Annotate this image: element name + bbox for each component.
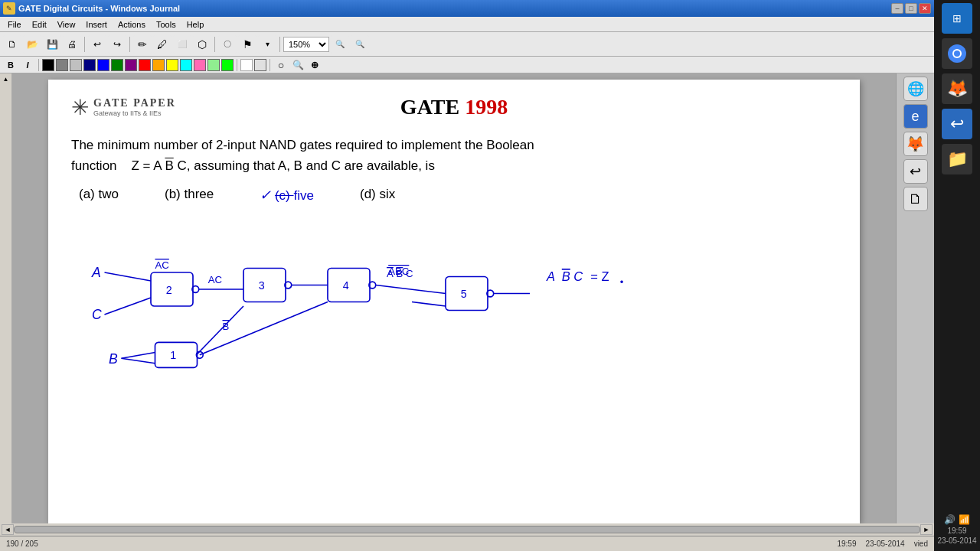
color-gray[interactable] [56,59,68,71]
eraser-tool[interactable]: ⬜ [173,35,191,54]
svg-text:= Z: = Z [590,269,609,283]
lasso-tool[interactable]: 〇 [218,35,237,54]
more-tool[interactable]: ▾ [258,35,276,54]
menu-edit[interactable]: Edit [28,19,51,30]
scroll-left[interactable]: ◄ [2,524,14,535]
color-orange[interactable] [152,59,165,71]
undo-button[interactable]: ↩ [88,35,106,54]
circle-btn[interactable]: ○ [273,58,289,72]
pen-tool[interactable]: ✏ [133,35,152,54]
select-tool[interactable]: ⬡ [193,35,211,54]
logo-sub-text: Gateway to IITs & IIEs [93,109,176,117]
close-button[interactable]: ✕ [919,3,931,14]
svg-text:ABC: ABC [388,266,410,278]
far-right-taskbar: ⊞ 🦊 ↩ 📁 🔊 📶 19:59 23-05-2014 [934,0,980,551]
question-line2a: function Z = A B C, [71,158,190,173]
new-button[interactable]: 🗋 [3,35,21,54]
gate-header: ✳ GATE PAPER Gateway to IITs & IIEs GATE… [71,95,837,119]
snowflake-icon: ✳ [71,95,89,120]
color-light[interactable] [254,59,266,71]
taskbar-folder-icon[interactable]: 📁 [942,144,972,174]
toolbar: 🗋 📂 💾 🖨 ↩ ↪ ✏ 🖊 ⬜ ⬡ 〇 ⚑ ▾ 150% 100% 75% … [0,32,934,57]
page-info: 190 / 205 [6,540,38,548]
page-title: GATE 1998 [71,95,837,119]
flag-tool[interactable]: ⚑ [238,35,256,54]
sidebar-firefox-icon[interactable]: 🦊 [903,132,928,156]
color-lightgreen[interactable] [207,59,220,71]
maximize-button[interactable]: □ [905,3,917,14]
search-btn[interactable]: 🔍 [290,58,305,72]
sep4 [279,37,280,52]
save-button[interactable]: 💾 [43,35,61,54]
menu-file[interactable]: File [3,19,26,30]
redo-button[interactable]: ↪ [108,35,126,54]
taskbar-firefox-icon[interactable]: 🦊 [942,73,972,104]
svg-line-4 [105,298,152,315]
scroll-up[interactable]: ▲ [1,73,11,84]
svg-text:5: 5 [461,288,467,300]
option-d: (d) six [360,187,395,204]
minimize-button[interactable]: – [891,3,903,14]
zoom-in-button[interactable]: 🔍 [331,35,349,54]
menu-insert[interactable]: Insert [81,19,112,30]
sep3 [214,37,215,52]
svg-text:B: B [562,269,570,283]
taskbar-arrow-icon[interactable]: ↩ [942,109,972,139]
color-yellow[interactable] [166,59,178,71]
taskbar-windows-icon[interactable]: ⊞ [942,3,972,34]
sidebar-back-icon[interactable]: ↩ [903,159,928,184]
option-c-label: five [294,188,314,203]
h-scroll-track[interactable] [14,526,920,533]
color-red[interactable] [139,59,151,71]
answer-options: (a) two (b) three ✓ (c) five (d) six [71,187,837,204]
svg-text:4: 4 [343,279,349,292]
color-green[interactable] [111,59,123,71]
option-c-text: (c) [275,188,294,203]
menu-bar: File Edit View Insert Actions Tools Help [0,17,934,32]
print-button[interactable]: 🖨 [63,35,81,54]
status-date: 23-05-2014 [865,540,904,548]
app-icon: ✎ [3,2,15,15]
zoom-select[interactable]: 150% 100% 75% [283,37,329,52]
color-navy[interactable] [83,59,96,71]
left-scroll: ▲ [0,73,12,523]
sidebar-windows-icon[interactable]: 🌐 [903,77,928,101]
system-tray: 🔊 📶 19:59 23-05-2014 [937,511,976,548]
menu-actions[interactable]: Actions [113,19,150,30]
option-c: ✓ (c) five [260,187,314,204]
highlighter-tool[interactable]: 🖊 [153,35,172,54]
svg-text:C: C [92,307,102,322]
color-pink[interactable] [194,59,206,71]
italic-button[interactable]: I [20,58,35,72]
svg-text:•: • [620,276,624,288]
color-cyan[interactable] [180,59,192,71]
magnify-btn[interactable]: ⊕ [307,58,322,72]
color-sep2 [237,59,237,71]
color-purple[interactable] [125,59,137,71]
question-line2c: assuming that A, B and C are available, … [194,158,435,173]
status-time: 19:59 [837,540,856,548]
color-silver[interactable] [70,59,82,71]
svg-text:B: B [109,351,118,367]
title-bar-buttons: – □ ✕ [891,3,931,14]
logo-main-text: GATE PAPER [93,97,176,109]
svg-text:1: 1 [170,350,176,362]
scroll-right[interactable]: ► [920,524,933,535]
svg-point-41 [954,51,960,57]
bold-button[interactable]: B [3,58,18,72]
zoom-out-button[interactable]: 🔍 [351,35,369,54]
sidebar-ie-icon[interactable]: e [903,104,928,129]
menu-help[interactable]: Help [182,19,209,30]
open-button[interactable]: 📂 [23,35,41,54]
title-prefix: GATE [400,95,465,119]
color-black[interactable] [42,59,54,71]
taskbar-chrome-icon[interactable] [942,38,972,69]
color-blue[interactable] [97,59,109,71]
color-white[interactable] [240,59,253,71]
sidebar-file-icon[interactable]: 🗋 [903,187,928,211]
menu-view[interactable]: View [53,19,80,30]
menu-tools[interactable]: Tools [152,19,181,30]
year-text: 1998 [465,95,508,119]
status-right: 19:59 23-05-2014 vied [837,540,928,548]
color-lime[interactable] [221,59,234,71]
